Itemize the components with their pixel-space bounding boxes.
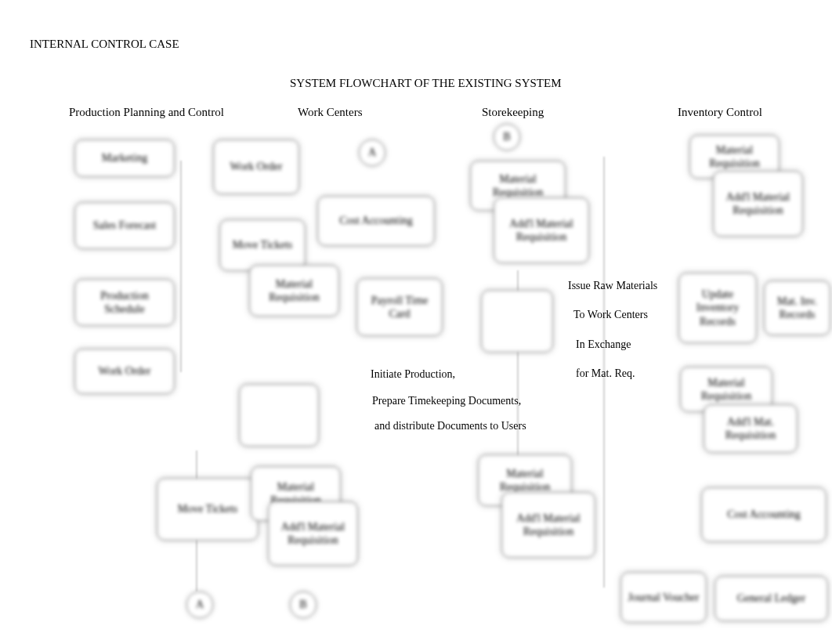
box-addl-material-req-bottom: Add'l Material Requisition — [268, 501, 358, 566]
sk-issue-line-2: To Work Centers — [573, 308, 648, 322]
col-ic: Inventory Control — [678, 106, 762, 119]
box-general-ledger: General Ledger — [714, 576, 828, 621]
box-ic-addl-material-req-top: Add'l Material Requisition — [713, 171, 803, 237]
narrative-line-3: and distribute Documents to Users — [374, 419, 526, 433]
box-production-schedule: Production Schedule — [74, 279, 175, 326]
connector-b-bottom: B — [290, 592, 317, 618]
col-ppc: Production Planning and Control — [69, 106, 224, 119]
sk-issue-line-1: Issue Raw Materials — [568, 279, 657, 293]
box-sales-forecast: Sales Forecast — [74, 202, 175, 249]
box-mat-inv-records: Mat. Inv. Records — [764, 280, 830, 335]
box-payroll-timecard: Payroll Time Card — [356, 278, 443, 336]
box-ic-cost-accounting: Cost Accounting — [701, 487, 827, 542]
box-process-sk — [481, 290, 553, 353]
box-marketing: Marketing — [74, 139, 175, 177]
connector-b-top: B — [494, 124, 520, 150]
box-process-ppc — [239, 384, 319, 447]
flowchart-title: SYSTEM FLOWCHART OF THE EXISTING SYSTEM — [290, 77, 562, 90]
box-work-order-right: Work Order — [213, 139, 299, 194]
box-material-req-top: Material Requisition — [249, 265, 339, 317]
narrative-line-2: Prepare Timekeeping Documents, — [372, 394, 521, 408]
box-work-order-left: Work Order — [74, 349, 175, 394]
box-move-tickets-top: Move Tickets — [219, 219, 306, 271]
box-journal-voucher: Journal Voucher — [620, 572, 707, 623]
box-update-inventory: Update Inventory Records — [678, 273, 757, 343]
col-sk: Storekeeping — [482, 106, 544, 119]
narrative-line-1: Initiate Production, — [371, 367, 455, 382]
box-sk-addl-material-req-bottom: Add'l Material Requisition — [501, 492, 595, 558]
sk-issue-line-4: for Mat. Req. — [576, 367, 635, 381]
connector-a-top: A — [359, 139, 385, 166]
connector-a-bottom: A — [186, 592, 213, 618]
box-move-tickets-bottom: Move Tickets — [157, 478, 259, 541]
sk-issue-line-3: In Exchange — [576, 338, 631, 352]
flow-line — [180, 161, 182, 372]
box-sk-addl-material-req-top: Add'l Material Requisition — [494, 197, 589, 263]
case-title: INTERNAL CONTROL CASE — [30, 38, 179, 51]
box-ic-addl-mat-req-mid: Add'l Mat. Requisition — [704, 404, 798, 453]
col-wc: Work Centers — [298, 106, 363, 119]
box-cost-accounting-wc: Cost Accounting — [317, 196, 435, 246]
